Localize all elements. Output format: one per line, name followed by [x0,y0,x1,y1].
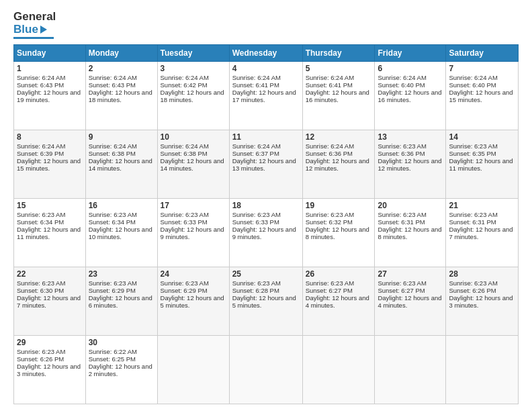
calendar-cell: 12Sunrise: 6:24 AMSunset: 6:36 PMDayligh… [302,130,375,199]
day-number: 19 [306,201,372,210]
calendar-header-saturday: Saturday [446,45,519,62]
calendar-week-row: 15Sunrise: 6:23 AMSunset: 6:34 PMDayligh… [14,199,519,267]
sunrise-text: Sunrise: 6:24 AM [161,74,209,81]
daylight-text: Daylight: 12 hours and 5 minutes. [232,294,296,309]
day-number: 16 [89,201,154,210]
sunrise-text: Sunrise: 6:24 AM [378,74,426,81]
daylight-text: Daylight: 12 hours and 16 minutes. [378,89,441,103]
daylight-text: Daylight: 12 hours and 14 minutes. [89,157,152,172]
day-number: 4 [232,64,300,73]
daylight-text: Daylight: 12 hours and 8 minutes. [378,226,441,240]
sunset-text: Sunset: 6:27 PM [306,287,353,294]
sunset-text: Sunset: 6:29 PM [89,287,136,294]
logo-arrow-icon [40,26,47,34]
calendar-cell: 11Sunrise: 6:24 AMSunset: 6:37 PMDayligh… [229,130,302,199]
day-number: 23 [89,269,154,279]
daylight-text: Daylight: 12 hours and 9 minutes. [232,226,296,240]
day-number: 5 [306,64,372,73]
sunrise-text: Sunrise: 6:24 AM [89,74,137,81]
calendar-cell: 21Sunrise: 6:23 AMSunset: 6:31 PMDayligh… [446,199,519,267]
calendar-cell: 30Sunrise: 6:22 AMSunset: 6:25 PMDayligh… [85,336,157,404]
calendar-cell: 22Sunrise: 6:23 AMSunset: 6:30 PMDayligh… [14,267,86,336]
daylight-text: Daylight: 12 hours and 12 minutes. [378,157,441,172]
calendar-cell [229,336,302,404]
calendar-cell [446,336,519,404]
daylight-text: Daylight: 12 hours and 10 minutes. [89,226,152,240]
day-number: 27 [378,269,443,279]
calendar-cell: 25Sunrise: 6:23 AMSunset: 6:28 PMDayligh… [229,267,302,336]
day-number: 7 [449,64,515,73]
sunrise-text: Sunrise: 6:24 AM [17,142,65,150]
day-number: 12 [306,132,372,142]
sunset-text: Sunset: 6:28 PM [232,287,279,294]
sunset-text: Sunset: 6:30 PM [17,287,64,294]
calendar-cell: 2Sunrise: 6:24 AMSunset: 6:43 PMDaylight… [85,62,157,130]
sunrise-text: Sunrise: 6:23 AM [378,142,426,150]
daylight-text: Daylight: 12 hours and 16 minutes. [306,89,369,103]
sunset-text: Sunset: 6:31 PM [449,218,496,226]
sunset-text: Sunset: 6:37 PM [232,150,279,157]
day-number: 26 [306,269,372,279]
calendar-header-monday: Monday [85,45,157,62]
calendar-cell [375,336,446,404]
calendar-week-row: 1Sunrise: 6:24 AMSunset: 6:43 PMDaylight… [14,62,519,130]
header: General Blue [13,11,519,39]
day-number: 1 [17,64,83,73]
daylight-text: Daylight: 12 hours and 18 minutes. [161,89,224,103]
logo-general: General [13,11,56,24]
calendar-week-row: 29Sunrise: 6:23 AMSunset: 6:26 PMDayligh… [14,336,519,404]
sunrise-text: Sunrise: 6:24 AM [161,142,209,150]
sunset-text: Sunset: 6:36 PM [306,150,353,157]
sunset-text: Sunset: 6:32 PM [306,218,353,226]
calendar-week-row: 8Sunrise: 6:24 AMSunset: 6:39 PMDaylight… [14,130,519,199]
day-number: 20 [378,201,443,210]
sunrise-text: Sunrise: 6:23 AM [378,211,426,218]
daylight-text: Daylight: 12 hours and 8 minutes. [306,226,369,240]
daylight-text: Daylight: 12 hours and 15 minutes. [449,89,513,103]
sunrise-text: Sunrise: 6:24 AM [17,74,65,81]
daylight-text: Daylight: 12 hours and 4 minutes. [378,294,441,309]
daylight-text: Daylight: 12 hours and 7 minutes. [449,226,513,240]
sunset-text: Sunset: 6:39 PM [17,150,64,157]
calendar-cell: 14Sunrise: 6:23 AMSunset: 6:35 PMDayligh… [446,130,519,199]
calendar-cell: 17Sunrise: 6:23 AMSunset: 6:33 PMDayligh… [157,199,229,267]
sunset-text: Sunset: 6:43 PM [89,81,136,89]
day-number: 18 [232,201,300,210]
daylight-text: Daylight: 12 hours and 5 minutes. [161,294,224,309]
calendar-cell: 4Sunrise: 6:24 AMSunset: 6:41 PMDaylight… [229,62,302,130]
day-number: 9 [89,132,154,142]
logo-underline [13,37,54,39]
sunset-text: Sunset: 6:34 PM [89,218,136,226]
day-number: 6 [378,64,443,73]
sunrise-text: Sunrise: 6:23 AM [449,279,497,287]
calendar-header-row: SundayMondayTuesdayWednesdayThursdayFrid… [14,45,519,62]
calendar-cell: 13Sunrise: 6:23 AMSunset: 6:36 PMDayligh… [375,130,446,199]
sunset-text: Sunset: 6:33 PM [232,218,279,226]
daylight-text: Daylight: 12 hours and 11 minutes. [449,157,513,172]
calendar-cell: 29Sunrise: 6:23 AMSunset: 6:26 PMDayligh… [14,336,86,404]
sunrise-text: Sunrise: 6:23 AM [17,279,65,287]
sunset-text: Sunset: 6:26 PM [449,287,496,294]
sunset-text: Sunset: 6:41 PM [306,81,353,89]
calendar-cell: 8Sunrise: 6:24 AMSunset: 6:39 PMDaylight… [14,130,86,199]
sunset-text: Sunset: 6:35 PM [449,150,496,157]
sunrise-text: Sunrise: 6:23 AM [161,279,209,287]
sunset-text: Sunset: 6:42 PM [161,81,208,89]
day-number: 30 [89,338,154,347]
day-number: 13 [378,132,443,142]
calendar-week-row: 22Sunrise: 6:23 AMSunset: 6:30 PMDayligh… [14,267,519,336]
calendar-cell: 7Sunrise: 6:24 AMSunset: 6:40 PMDaylight… [446,62,519,130]
day-number: 29 [17,338,83,347]
daylight-text: Daylight: 12 hours and 18 minutes. [89,89,152,103]
sunrise-text: Sunrise: 6:24 AM [306,142,354,150]
daylight-text: Daylight: 12 hours and 11 minutes. [17,226,81,240]
sunrise-text: Sunrise: 6:22 AM [89,348,137,355]
sunrise-text: Sunrise: 6:23 AM [232,279,281,287]
calendar-cell [302,336,375,404]
daylight-text: Daylight: 12 hours and 7 minutes. [17,294,81,309]
calendar-cell: 26Sunrise: 6:23 AMSunset: 6:27 PMDayligh… [302,267,375,336]
calendar-cell: 27Sunrise: 6:23 AMSunset: 6:27 PMDayligh… [375,267,446,336]
day-number: 24 [161,269,226,279]
day-number: 25 [232,269,300,279]
calendar-cell [157,336,229,404]
